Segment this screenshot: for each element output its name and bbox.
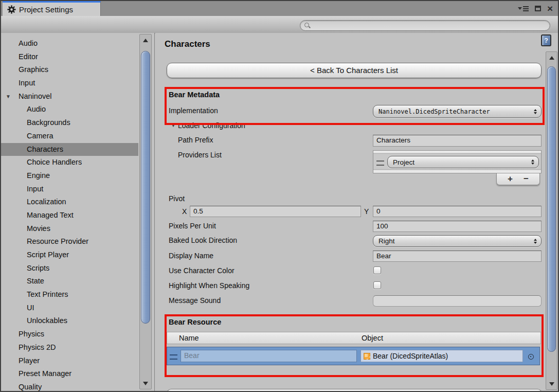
sidebar-item-text-printers[interactable]: Text Printers xyxy=(1,288,138,301)
pivot-y-label: Y xyxy=(364,207,369,216)
sidebar-item-camera[interactable]: Camera xyxy=(1,130,138,143)
loader-foldout-icon[interactable]: ▼ xyxy=(171,122,176,128)
foldout-triangle-icon[interactable]: ▼ xyxy=(6,90,11,103)
sidebar-item-audio[interactable]: Audio xyxy=(1,37,138,50)
highlight-when-speaking-label: Highlight When Speaking xyxy=(169,281,249,290)
sidebar-item-graphics[interactable]: Graphics xyxy=(1,63,138,77)
loader-configuration-label[interactable]: Loader Configuration xyxy=(178,121,245,130)
pixels-per-unit-field[interactable]: 100 xyxy=(373,221,542,232)
sidebar-item-label: Preset Manager xyxy=(19,369,71,378)
sidebar-item-state[interactable]: State xyxy=(1,275,138,288)
search-input[interactable] xyxy=(311,21,550,30)
scroll-up-icon[interactable] xyxy=(140,35,151,45)
main-scroll-thumb[interactable] xyxy=(547,66,556,352)
display-name-field[interactable]: Bear xyxy=(373,251,542,262)
sidebar-item-input[interactable]: Input xyxy=(1,183,138,196)
sidebar-item-choice-handlers[interactable]: Choice Handlers xyxy=(1,156,138,169)
sidebar-item-naninovel[interactable]: ▼Naninovel xyxy=(1,90,138,103)
sidebar-item-engine[interactable]: Engine xyxy=(1,169,138,183)
gear-icon xyxy=(7,5,16,14)
baked-look-direction-dropdown[interactable]: Right xyxy=(373,235,542,247)
sidebar-item-localization[interactable]: Localization xyxy=(1,195,138,209)
sidebar-item-label: Choice Handlers xyxy=(27,158,82,166)
window-menu-icon[interactable] xyxy=(518,6,529,11)
sidebar-item-quality[interactable]: Quality xyxy=(1,381,138,392)
sidebar-item-label: Camera xyxy=(27,132,53,140)
scroll-down-icon[interactable] xyxy=(546,379,557,388)
implementation-value: Naninovel.DicedSpriteCharacter xyxy=(378,108,490,115)
sidebar-item-label: Player xyxy=(19,357,40,365)
sidebar-item-player[interactable]: Player xyxy=(1,354,138,368)
baked-look-direction-value: Right xyxy=(378,237,395,245)
sidebar-item-label: Backgrounds xyxy=(27,118,70,127)
sidebar-item-ui[interactable]: UI xyxy=(1,301,138,315)
toolbar xyxy=(1,16,558,33)
sidebar-item-physics[interactable]: Physics xyxy=(1,328,138,341)
path-prefix-field[interactable]: Characters xyxy=(373,135,542,147)
sidebar-item-label: Quality xyxy=(19,383,42,391)
sidebar-item-script-player[interactable]: Script Player xyxy=(1,248,138,262)
sidebar-item-unlockables[interactable]: Unlockables xyxy=(1,314,138,328)
search-bar[interactable] xyxy=(300,20,550,31)
sidebar-item-resource-provider[interactable]: Resource Provider xyxy=(1,235,138,248)
pivot-x-field[interactable]: 0.5 xyxy=(190,206,361,217)
sidebar-scrollbar[interactable] xyxy=(139,34,152,389)
sidebar-item-managed-text[interactable]: Managed Text xyxy=(1,209,138,222)
tab-project-settings[interactable]: Project Settings xyxy=(3,1,101,16)
path-prefix-label: Path Prefix xyxy=(178,136,213,144)
pivot-y-field[interactable]: 0 xyxy=(373,206,542,217)
sidebar-scroll-thumb[interactable] xyxy=(141,51,150,324)
sidebar-item-characters[interactable]: Characters xyxy=(1,143,138,156)
title-bar: Project Settings × xyxy=(1,1,558,16)
sidebar-item-preset-manager[interactable]: Preset Manager xyxy=(1,367,138,381)
scroll-up-icon[interactable] xyxy=(546,53,557,62)
resource-row-bear[interactable]: Bear Bear (DicedSpriteAtlas) xyxy=(167,347,540,365)
sidebar-item-input[interactable]: Input xyxy=(1,77,138,90)
sidebar-item-audio[interactable]: Audio xyxy=(1,103,138,116)
main-scrollbar[interactable] xyxy=(546,51,557,390)
sidebar-item-scripts[interactable]: Scripts xyxy=(1,262,138,275)
list-add-remove-bar: + − xyxy=(496,173,540,185)
resource-object-value: Bear (DicedSpriteAtlas) xyxy=(373,352,448,360)
sidebar-item-label: Graphics xyxy=(19,65,48,74)
sidebar-item-label: Engine xyxy=(27,171,50,180)
maximize-icon[interactable] xyxy=(535,6,541,11)
dropdown-arrows-icon xyxy=(534,239,537,244)
dropdown-arrows-icon xyxy=(531,159,534,165)
implementation-dropdown[interactable]: Naninovel.DicedSpriteCharacter xyxy=(373,105,542,118)
column-name: Name xyxy=(179,334,199,342)
sidebar-item-movies[interactable]: Movies xyxy=(1,222,138,236)
sidebar-item-label: Input xyxy=(27,185,43,193)
close-icon[interactable]: × xyxy=(547,5,553,12)
partial-bottom-button[interactable] xyxy=(167,389,542,392)
scroll-down-icon[interactable] xyxy=(140,379,151,388)
sidebar-item-physics-2d[interactable]: Physics 2D xyxy=(1,341,138,354)
implementation-label: Implementation xyxy=(169,106,218,115)
provider-type-dropdown[interactable]: Project xyxy=(387,156,539,168)
resource-name-field[interactable]: Bear xyxy=(181,350,357,362)
message-sound-label: Message Sound xyxy=(169,296,221,305)
tab-title: Project Settings xyxy=(19,5,73,14)
highlight-when-speaking-checkbox[interactable] xyxy=(373,281,381,289)
list-footer-strip xyxy=(373,169,541,173)
use-character-color-label: Use Character Color xyxy=(169,266,235,275)
column-object: Object xyxy=(362,334,383,342)
drag-handle-icon[interactable] xyxy=(376,161,384,166)
resource-object-field[interactable]: Bear (DicedSpriteAtlas) xyxy=(360,350,523,362)
remove-button[interactable]: − xyxy=(524,174,529,184)
use-character-color-checkbox[interactable] xyxy=(373,266,381,274)
pixels-per-unit-label: Pixels Per Unit xyxy=(169,222,216,230)
sidebar-item-label: Input xyxy=(19,79,35,87)
sidebar-item-editor[interactable]: Editor xyxy=(1,50,138,64)
sidebar-item-backgrounds[interactable]: Backgrounds xyxy=(1,116,138,130)
message-sound-field[interactable] xyxy=(373,295,542,307)
display-name-label: Display Name xyxy=(169,252,213,260)
object-picker-icon[interactable] xyxy=(528,354,534,360)
sidebar-item-label: Resource Provider xyxy=(27,237,88,245)
back-to-characters-list-button[interactable]: < Back To Characters List xyxy=(167,63,542,78)
add-button[interactable]: + xyxy=(508,174,513,184)
drag-handle-icon[interactable] xyxy=(170,354,177,360)
provider-type-value: Project xyxy=(393,158,414,166)
baked-look-direction-label: Baked Look Direction xyxy=(169,236,237,244)
help-icon[interactable]: ? xyxy=(541,34,551,46)
